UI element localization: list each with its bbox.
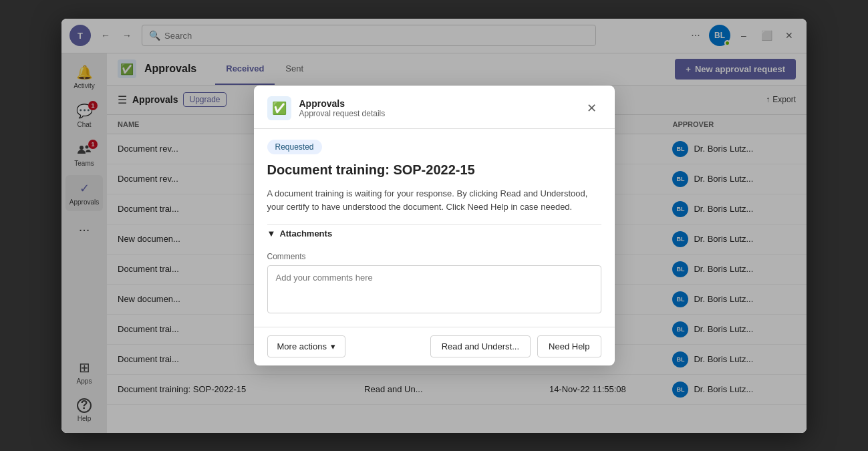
- attachments-label: Attachments: [279, 229, 332, 239]
- modal-body: Requested Document training: SOP-2022-15…: [254, 129, 615, 327]
- more-actions-label: More actions: [277, 341, 327, 351]
- modal-footer: More actions ▾ Read and Underst... Need …: [254, 327, 615, 365]
- app-window: T ← → 🔍 ··· BL – ⬜ ✕ 🔔 Activ: [61, 19, 807, 433]
- approval-modal: ✅ Approvals Approval request details ✕ R…: [254, 86, 615, 365]
- modal-app-icon: ✅: [267, 96, 291, 120]
- triangle-icon: ▼: [267, 229, 276, 239]
- modal-title: Document training: SOP-2022-15: [267, 162, 601, 178]
- chevron-down-icon: ▾: [331, 341, 335, 351]
- attachments-section: ▼ Attachments: [267, 224, 601, 243]
- modal-header-text: Approvals Approval request details: [299, 98, 386, 118]
- need-help-button[interactable]: Need Help: [537, 335, 601, 357]
- modal-close-button[interactable]: ✕: [583, 99, 601, 118]
- modal-header: ✅ Approvals Approval request details ✕: [254, 86, 615, 129]
- modal-status-badge: Requested: [267, 140, 322, 154]
- modal-overlay[interactable]: ✅ Approvals Approval request details ✕ R…: [61, 19, 807, 433]
- comments-label: Comments: [267, 252, 601, 261]
- comments-textarea[interactable]: [267, 265, 601, 313]
- modal-description: A document training is waiting for your …: [267, 187, 601, 213]
- attachments-toggle[interactable]: ▼ Attachments: [267, 224, 601, 243]
- read-understood-button[interactable]: Read and Underst...: [430, 335, 531, 357]
- comments-section: Comments: [267, 252, 601, 316]
- more-actions-button[interactable]: More actions ▾: [267, 335, 345, 357]
- modal-app-name: Approvals: [299, 98, 386, 109]
- modal-app-subtitle: Approval request details: [299, 109, 386, 118]
